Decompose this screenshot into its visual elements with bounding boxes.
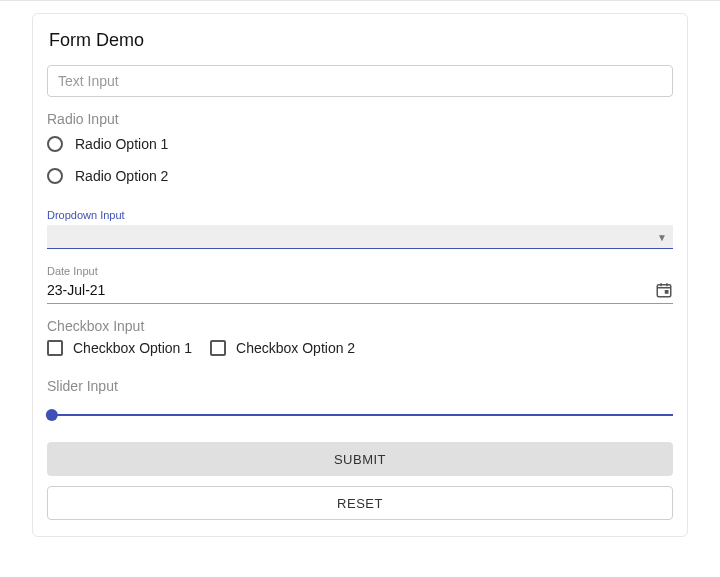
slider-input[interactable] xyxy=(47,414,673,416)
svg-rect-4 xyxy=(665,290,669,294)
date-input-label: Date Input xyxy=(47,265,673,277)
calendar-icon xyxy=(655,281,673,299)
date-input[interactable]: 23-Jul-21 xyxy=(47,281,673,304)
checkbox-icon xyxy=(210,340,226,356)
chevron-down-icon: ▼ xyxy=(657,231,667,242)
radio-group-label: Radio Input xyxy=(47,111,673,127)
checkbox-option-1[interactable]: Checkbox Option 1 xyxy=(47,340,192,356)
checkbox-group: Checkbox Option 1 Checkbox Option 2 xyxy=(47,340,673,356)
checkbox-icon xyxy=(47,340,63,356)
dropdown-input[interactable]: ▼ xyxy=(47,225,673,249)
slider-label: Slider Input xyxy=(47,378,673,394)
form-title: Form Demo xyxy=(49,30,673,51)
slider-track xyxy=(47,414,673,416)
slider-thumb[interactable] xyxy=(46,409,58,421)
radio-option-1[interactable]: Radio Option 1 xyxy=(47,133,673,155)
radio-option-2[interactable]: Radio Option 2 xyxy=(47,165,673,187)
checkbox-group-label: Checkbox Input xyxy=(47,318,673,334)
radio-icon xyxy=(47,136,63,152)
radio-icon xyxy=(47,168,63,184)
text-input[interactable] xyxy=(47,65,673,97)
radio-option-label: Radio Option 2 xyxy=(75,168,168,184)
checkbox-option-label: Checkbox Option 2 xyxy=(236,340,355,356)
submit-button[interactable]: Submit xyxy=(47,442,673,476)
form-card: Form Demo Radio Input Radio Option 1 Rad… xyxy=(32,13,688,537)
svg-rect-0 xyxy=(657,285,671,297)
checkbox-option-label: Checkbox Option 1 xyxy=(73,340,192,356)
submit-button-label: Submit xyxy=(334,452,386,467)
dropdown-label: Dropdown Input xyxy=(47,209,673,221)
checkbox-option-2[interactable]: Checkbox Option 2 xyxy=(210,340,355,356)
reset-button[interactable]: Reset xyxy=(47,486,673,520)
radio-option-label: Radio Option 1 xyxy=(75,136,168,152)
reset-button-label: Reset xyxy=(337,496,383,511)
date-value: 23-Jul-21 xyxy=(47,282,105,298)
